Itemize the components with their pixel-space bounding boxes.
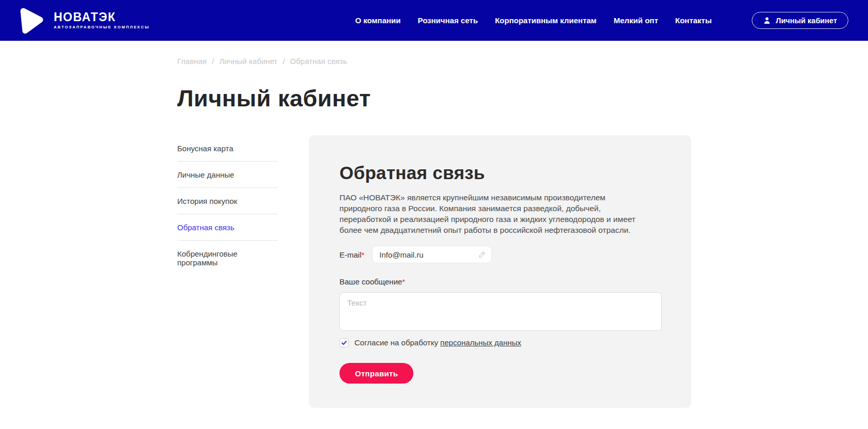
logo-flame-icon: [17, 6, 46, 36]
sidebar-item-cobranding[interactable]: Кобрендинговые программы: [177, 241, 277, 275]
breadcrumb-home[interactable]: Главная: [177, 57, 207, 65]
main-nav: О компании Розничная сеть Корпоративным …: [355, 17, 711, 24]
nav-item-wholesale[interactable]: Мелкий опт: [614, 17, 658, 24]
submit-button[interactable]: Отправить: [339, 363, 413, 384]
page-title: Личный кабинет: [177, 88, 868, 109]
personal-data-link[interactable]: персональных данных: [440, 338, 521, 347]
edit-pencil-icon[interactable]: [478, 250, 486, 259]
top-navbar: НОВАТЭК АВТОЗАПРАВОЧНЫЕ КОМПЛЕКСЫ О комп…: [0, 0, 868, 41]
feedback-card: Обратная связь ПАО «НОВАТЭК» является кр…: [309, 135, 691, 408]
checkmark-icon: [341, 340, 347, 346]
page-content: Главная / Личный кабинет / Обратная связ…: [177, 57, 868, 408]
breadcrumb: Главная / Личный кабинет / Обратная связ…: [177, 57, 868, 65]
cabinet-sidebar: Бонусная карта Личные данные История пок…: [177, 135, 277, 275]
form-title: Обратная связь: [339, 162, 662, 184]
form-description: ПАО «НОВАТЭК» является крупнейшим незави…: [339, 192, 645, 235]
email-row: E-mail*: [339, 246, 662, 263]
sidebar-item-feedback[interactable]: Обратная связь: [177, 214, 277, 241]
message-label: Ваше сообщение*: [339, 278, 662, 286]
logo-subtitle: АВТОЗАПРАВОЧНЫЕ КОМПЛЕКСЫ: [54, 25, 150, 29]
logo-text: НОВАТЭК АВТОЗАПРАВОЧНЫЕ КОМПЛЕКСЫ: [54, 11, 150, 29]
message-textarea[interactable]: [339, 292, 662, 331]
sidebar-item-bonus-card[interactable]: Бонусная карта: [177, 135, 277, 162]
breadcrumb-separator: /: [283, 57, 285, 65]
logo-title: НОВАТЭК: [54, 11, 150, 23]
consent-checkbox[interactable]: [339, 338, 349, 347]
consent-text: Согласие на обработку персональных данны…: [354, 338, 521, 347]
sidebar-item-personal-data[interactable]: Личные данные: [177, 162, 277, 188]
breadcrumb-separator: /: [212, 57, 214, 65]
account-button-label: Личный кабинет: [776, 17, 837, 25]
email-input[interactable]: [372, 246, 492, 263]
user-icon: [763, 17, 771, 24]
nav-item-contacts[interactable]: Контакты: [675, 17, 712, 24]
required-asterisk: *: [402, 277, 405, 286]
columns: Бонусная карта Личные данные История пок…: [177, 135, 868, 408]
breadcrumb-cabinet[interactable]: Личный кабинет: [219, 57, 277, 65]
consent-row: Согласие на обработку персональных данны…: [339, 338, 662, 347]
email-label: E-mail*: [339, 250, 364, 259]
nav-item-retail[interactable]: Розничная сеть: [418, 17, 478, 24]
breadcrumb-feedback[interactable]: Обратная связь: [290, 57, 347, 65]
sidebar-item-purchase-history[interactable]: История покупок: [177, 188, 277, 214]
nav-item-about[interactable]: О компании: [355, 17, 400, 24]
required-asterisk: *: [362, 250, 365, 259]
nav-item-corporate[interactable]: Корпоративным клиентам: [495, 17, 597, 24]
account-button[interactable]: Личный кабинет: [752, 12, 848, 29]
novatek-logo[interactable]: НОВАТЭК АВТОЗАПРАВОЧНЫЕ КОМПЛЕКСЫ: [17, 6, 150, 36]
email-input-wrap: [372, 246, 492, 263]
